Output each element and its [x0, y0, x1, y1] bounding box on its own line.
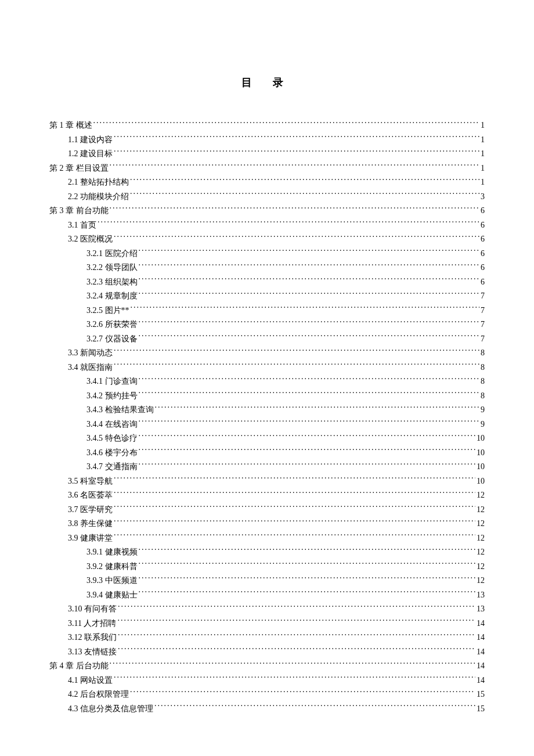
toc-entry-page: 12	[477, 517, 485, 531]
toc-entry-label: 3.2.4 规章制度	[86, 289, 138, 304]
toc-leader-dots	[131, 305, 480, 313]
toc-leader-dots	[98, 219, 479, 228]
toc-entry[interactable]: 3.9.4 健康贴士13	[49, 588, 485, 603]
toc-entry[interactable]: 2.1 整站拓扑结构1	[49, 175, 485, 190]
toc-leader-dots	[118, 603, 475, 611]
toc-entry[interactable]: 3.13 友情链接14	[49, 645, 485, 660]
toc-title: 目 录	[49, 75, 485, 89]
toc-entry[interactable]: 1.1 建设内容1	[49, 133, 485, 147]
toc-leader-dots	[114, 148, 479, 156]
toc-entry[interactable]: 3.2 医院概况6	[49, 232, 485, 247]
toc-entry[interactable]: 3.4.7 交通指南10	[49, 460, 485, 474]
toc-entry-label: 2.2 功能模块介绍	[68, 190, 129, 204]
toc-entry-page: 1	[481, 133, 485, 147]
toc-entry[interactable]: 3.10 有问有答13	[49, 602, 485, 617]
toc-entry-label: 3.4.4 在线咨询	[86, 417, 138, 432]
toc-entry-page: 12	[477, 574, 485, 588]
toc-leader-dots	[114, 518, 475, 526]
toc-entry-label: 3.11 人才招聘	[68, 617, 116, 631]
toc-entry[interactable]: 3.4.2 预约挂号8	[49, 389, 485, 404]
toc-entry[interactable]: 3.4.1 门诊查询8	[49, 375, 485, 389]
toc-leader-dots	[117, 618, 475, 626]
toc-entry-page: 13	[477, 588, 485, 603]
toc-entry-label: 第 1 章 概述	[49, 118, 92, 133]
toc-leader-dots	[114, 675, 475, 683]
toc-entry[interactable]: 3.3 新闻动态8	[49, 346, 485, 361]
toc-leader-dots	[139, 575, 476, 583]
toc-leader-dots	[139, 546, 476, 555]
toc-entry-label: 3.2.6 所获荣誉	[86, 318, 138, 332]
toc-entry[interactable]: 3.5 科室导航10	[49, 474, 485, 489]
toc-leader-dots	[110, 205, 480, 213]
toc-entry-label: 3.4 就医指南	[68, 361, 113, 375]
toc-entry[interactable]: 4.3 信息分类及信息管理15	[49, 702, 485, 717]
toc-entry[interactable]: 3.2.4 规章制度7	[49, 289, 485, 304]
toc-entry[interactable]: 3.2.6 所获荣誉7	[49, 318, 485, 332]
toc-entry-label: 4.1 网站设置	[68, 674, 113, 688]
toc-entry-page: 1	[481, 161, 485, 176]
toc-entry-page: 1	[481, 147, 485, 161]
toc-entry-label: 3.4.6 楼宇分布	[86, 446, 138, 460]
toc-entry-page: 8	[481, 361, 485, 375]
toc-entry-label: 3.4.7 交通指南	[86, 460, 138, 474]
toc-entry[interactable]: 第 3 章 前台功能6	[49, 204, 485, 218]
toc-entry-page: 14	[477, 674, 485, 688]
toc-entry[interactable]: 3.2.2 领导团队6	[49, 261, 485, 275]
toc-entry[interactable]: 3.2.3 组织架构6	[49, 275, 485, 290]
toc-entry[interactable]: 第 2 章 栏目设置1	[49, 161, 485, 176]
toc-entry-page: 6	[481, 261, 485, 275]
toc-entry[interactable]: 3.9.3 中医频道12	[49, 574, 485, 588]
toc-entry[interactable]: 3.9.1 健康视频12	[49, 545, 485, 560]
toc-entry[interactable]: 3.6 名医荟萃12	[49, 488, 485, 503]
toc-entry-label: 3.7 医学研究	[68, 503, 113, 517]
toc-entry-page: 13	[477, 602, 485, 617]
toc-entry-label: 3.3 新闻动态	[68, 346, 113, 361]
toc-leader-dots	[130, 689, 475, 697]
toc-entry[interactable]: 3.2.5 图片**7	[49, 304, 485, 318]
toc-entry-label: 3.13 友情链接	[68, 645, 117, 660]
toc-entry-page: 12	[477, 503, 485, 517]
toc-entry-page: 10	[477, 460, 485, 474]
toc-entry[interactable]: 3.9.2 健康科普12	[49, 560, 485, 574]
toc-entry[interactable]: 3.12 联系我们14	[49, 631, 485, 645]
toc-entry[interactable]: 4.2 后台权限管理15	[49, 687, 485, 702]
toc-entry[interactable]: 3.4.4 在线咨询9	[49, 417, 485, 432]
toc-entry-label: 3.9 健康讲堂	[68, 531, 113, 546]
toc-entry-page: 10	[477, 446, 485, 460]
toc-entry-page: 15	[477, 687, 485, 702]
toc-entry[interactable]: 1.2 建设目标1	[49, 147, 485, 161]
toc-leader-dots	[114, 233, 479, 242]
toc-leader-dots	[139, 319, 480, 327]
toc-entry-label: 3.9.4 健康贴士	[86, 588, 138, 603]
toc-entry[interactable]: 3.1 首页6	[49, 218, 485, 233]
toc-leader-dots	[130, 191, 479, 199]
toc-entry-label: 3.9.3 中医频道	[86, 574, 138, 588]
toc-leader-dots	[139, 447, 476, 455]
toc-entry[interactable]: 3.11 人才招聘14	[49, 617, 485, 631]
toc-leader-dots	[139, 461, 476, 469]
toc-leader-dots	[139, 419, 480, 427]
toc-entry[interactable]: 3.4 就医指南8	[49, 361, 485, 375]
toc-leader-dots	[110, 163, 480, 171]
toc-entry-page: 12	[477, 531, 485, 546]
toc-entry[interactable]: 3.8 养生保健12	[49, 517, 485, 531]
toc-entry[interactable]: 3.7 医学研究12	[49, 503, 485, 517]
toc-entry[interactable]: 3.9 健康讲堂12	[49, 531, 485, 546]
toc-entry[interactable]: 3.4.6 楼宇分布10	[49, 446, 485, 460]
toc-entry-label: 4.3 信息分类及信息管理	[68, 702, 153, 717]
toc-entry-page: 7	[481, 332, 485, 347]
toc-entry-page: 1	[481, 118, 485, 133]
toc-entry[interactable]: 3.4.5 特色诊疗10	[49, 431, 485, 446]
toc-entry[interactable]: 3.2.1 医院介绍6	[49, 247, 485, 261]
toc-entry[interactable]: 第 1 章 概述1	[49, 118, 485, 133]
toc-entry[interactable]: 4.1 网站设置14	[49, 674, 485, 688]
toc-entry-label: 3.2.5 图片**	[86, 304, 129, 318]
toc-entry[interactable]: 2.2 功能模块介绍3	[49, 190, 485, 204]
toc-entry[interactable]: 3.4.3 检验结果查询9	[49, 403, 485, 417]
toc-entry[interactable]: 3.2.7 仪器设备7	[49, 332, 485, 347]
toc-leader-dots	[139, 276, 480, 285]
toc-entry[interactable]: 第 4 章 后台功能14	[49, 659, 485, 674]
toc-entry-label: 3.2.7 仪器设备	[86, 332, 138, 347]
toc-entry-page: 12	[477, 488, 485, 503]
toc-entry-page: 14	[477, 617, 485, 631]
